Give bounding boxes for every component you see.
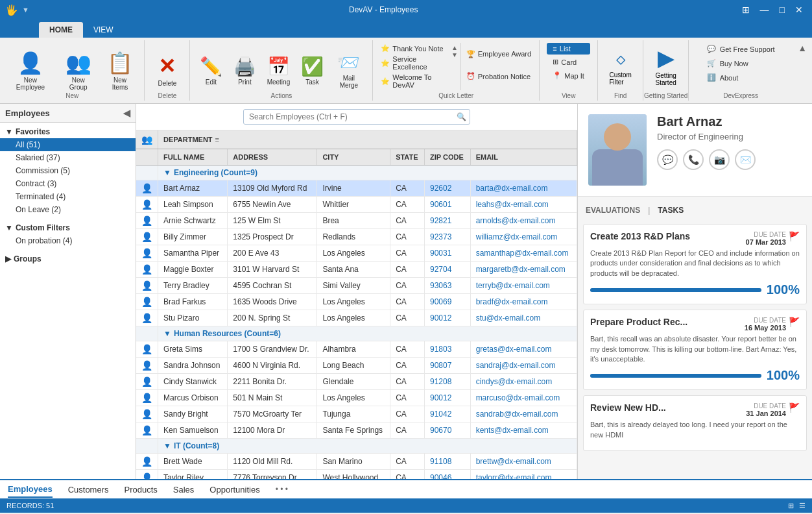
ribbon-collapse-button[interactable]: ▲ — [798, 43, 807, 53]
task-flag-icon-2: 🚩 — [789, 317, 800, 327]
sidebar-item-salaried[interactable]: Salaried (37) — [0, 151, 136, 164]
row-city: Los Angeles — [317, 310, 390, 326]
row-state: CA — [390, 358, 425, 374]
mail-merge-button[interactable]: 📨 Mail Merge — [330, 49, 367, 92]
table-row[interactable]: 👤 Brett Wade 1120 Old Mill Rd. San Marin… — [136, 454, 577, 470]
employee-table: 👥 DEPARTMENT ≡ FULL NAME ADDRESS — [136, 130, 577, 479]
row-email: sandrab@dx-email.com — [470, 406, 577, 422]
probation-notice-item[interactable]: ⏰ Probation Notice — [464, 71, 534, 82]
list-view-status-icon[interactable]: ☰ — [799, 502, 806, 510]
meeting-button[interactable]: 📅 Meeting — [263, 53, 294, 88]
tab-view[interactable]: VIEW — [83, 22, 124, 38]
minimize-btn[interactable]: — — [756, 3, 773, 16]
row-zip: 91803 — [424, 341, 470, 358]
table-row[interactable]: 👤 Samantha Piper 200 E Ave 43 Los Angele… — [136, 245, 577, 262]
tab-home[interactable]: HOME — [39, 22, 83, 38]
group-chevron-icon[interactable]: ▼ — [163, 441, 171, 450]
task-desc-3: Bart, this is already delayed too long. … — [590, 420, 800, 440]
view-group-label: View — [540, 92, 597, 99]
tasks-header: EVALUATIONS | TASKS — [583, 202, 807, 219]
employee-award-item[interactable]: 🏆 Employee Award — [464, 49, 534, 60]
edit-button[interactable]: ✏️ Edit — [195, 53, 226, 88]
table-row[interactable]: 👤 Billy Zimmer 1325 Prospect Dr Redlands… — [136, 229, 577, 245]
table-row[interactable]: 👤 Brad Farkus 1635 Woods Drive Los Angel… — [136, 294, 577, 310]
print-icon: 🖨️ — [233, 56, 256, 77]
thank-you-note-item[interactable]: ⭐ Thank You Note — [378, 43, 451, 54]
phone-action-button[interactable]: 📞 — [683, 149, 704, 170]
group-chevron-icon[interactable]: ▼ — [163, 329, 171, 338]
more-tabs-button[interactable]: • • • — [276, 485, 288, 494]
getting-started-icon[interactable]: ▶ — [658, 45, 675, 71]
table-row[interactable]: 👤 Leah Simpson 6755 Newlin Ave Whittier … — [136, 197, 577, 213]
row-state: CA — [390, 229, 425, 245]
maximize-btn[interactable]: □ — [776, 3, 789, 16]
sidebar-item-terminated[interactable]: Terminated (4) — [0, 190, 136, 203]
group-chevron-icon[interactable]: ▼ — [163, 168, 171, 177]
table-row[interactable]: 👤 Bart Arnaz 13109 Old Myford Rd Irvine … — [136, 180, 577, 197]
table-row[interactable]: 👤 Cindy Stanwick 2211 Bonita Dr. Glendal… — [136, 374, 577, 390]
table-row[interactable]: 👤 Maggie Boxter 3101 W Harvard St Santa … — [136, 262, 577, 278]
about-button[interactable]: ℹ️ About — [702, 71, 780, 84]
funnel-icon[interactable]: ⬦ — [614, 45, 627, 70]
row-email: terryb@dx-email.com — [470, 278, 577, 294]
tab-evaluations[interactable]: EVALUATIONS — [583, 204, 643, 216]
task-button[interactable]: ✅ Task — [296, 53, 328, 88]
card-view-button[interactable]: ⊞ Card — [547, 56, 590, 68]
quick-letter-scroll-down[interactable]: ▼ — [451, 51, 458, 58]
table-row[interactable]: 👤 Taylor Riley 7776 Torreyson Dr West Ho… — [136, 470, 577, 480]
row-icon-cell: 👤 — [136, 374, 158, 390]
search-input[interactable] — [243, 109, 470, 125]
map-it-button[interactable]: 📍 Map It — [547, 69, 590, 82]
sidebar-item-contract[interactable]: Contract (3) — [0, 177, 136, 190]
sidebar-item-on-leave[interactable]: On Leave (2) — [0, 203, 136, 216]
row-name: Brett Wade — [158, 454, 228, 470]
table-row[interactable]: 👤 Sandra Johnson 4600 N Virginia Rd. Lon… — [136, 358, 577, 374]
tab-products[interactable]: Products — [125, 482, 158, 497]
email-action-button[interactable]: ✉️ — [735, 149, 756, 170]
welcome-item[interactable]: ⭐ Welcome To DevAV — [378, 72, 451, 90]
quick-letter-scroll-up[interactable]: ▲ — [451, 44, 458, 51]
tab-tasks[interactable]: TASKS — [655, 204, 686, 216]
tab-opportunities[interactable]: Opportunities — [209, 482, 259, 497]
new-items-button[interactable]: 📋 New Items — [101, 48, 139, 93]
sidebar: Employees ◀ ▼ Favorites All (51) Salarie… — [0, 104, 136, 479]
table-row[interactable]: 👤 Terry Bradley 4595 Cochran St Simi Val… — [136, 278, 577, 294]
table-row[interactable]: 👤 Greta Sims 1700 S Grandview Dr. Alhamb… — [136, 341, 577, 358]
grid-view-status-icon[interactable]: ⊞ — [788, 502, 794, 510]
sidebar-collapse-button[interactable]: ◀ — [123, 108, 130, 118]
sidebar-item-all[interactable]: All (51) — [0, 138, 136, 151]
favorites-group[interactable]: ▼ Favorites — [0, 125, 136, 138]
delete-button[interactable]: ✕ Delete — [152, 51, 183, 90]
sidebar-item-commission[interactable]: Commission (5) — [0, 164, 136, 177]
window-title: DevAV - Employees — [29, 5, 738, 14]
new-group-button[interactable]: 👥 New Group — [58, 48, 99, 93]
list-view-button[interactable]: ≡ List — [547, 43, 590, 55]
print-button[interactable]: 🖨️ Print — [229, 53, 260, 88]
close-btn[interactable]: ✕ — [791, 3, 807, 16]
table-row[interactable]: 👤 Arnie Schwartz 125 W Elm St Brea CA 92… — [136, 213, 577, 229]
table-row[interactable]: 👤 Ken Samuelson 12100 Mora Dr Santa Fe S… — [136, 422, 577, 439]
help-btn[interactable]: ⊞ — [738, 3, 754, 16]
service-excellence-item[interactable]: ⭐ Service Excellence — [378, 54, 451, 72]
row-icon-cell: 👤 — [136, 422, 158, 439]
new-employee-button[interactable]: 👤 New Employee — [5, 48, 56, 93]
cart-icon: 🛒 — [707, 59, 716, 67]
custom-filters-group[interactable]: ▼ Custom Filters — [0, 221, 136, 234]
groups-group[interactable]: ▶ Groups — [0, 252, 136, 265]
devexpress-group-label: DevExpress — [689, 92, 793, 99]
tab-sales[interactable]: Sales — [173, 482, 195, 497]
tab-customers[interactable]: Customers — [68, 482, 109, 497]
table-row[interactable]: 👤 Stu Pizaro 200 N. Spring St Los Angele… — [136, 310, 577, 326]
sidebar-item-on-probation[interactable]: On probation (4) — [0, 234, 136, 247]
tab-employees[interactable]: Employees — [8, 482, 53, 498]
buy-now-button[interactable]: 🛒 Buy Now — [702, 57, 780, 69]
chat-action-button[interactable]: 💬 — [657, 149, 678, 170]
row-city: Los Angeles — [317, 390, 390, 406]
table-row[interactable]: 👤 Marcus Orbison 501 N Main St Los Angel… — [136, 390, 577, 406]
get-free-support-button[interactable]: 💬 Get Free Support — [702, 43, 780, 55]
row-name: Cindy Stanwick — [158, 374, 228, 390]
row-state: CA — [390, 262, 425, 278]
table-row[interactable]: 👤 Sandy Bright 7570 McGroarty Ter Tujung… — [136, 406, 577, 422]
dept-filter-icon[interactable]: ≡ — [215, 136, 219, 143]
video-action-button[interactable]: 📷 — [709, 149, 730, 170]
